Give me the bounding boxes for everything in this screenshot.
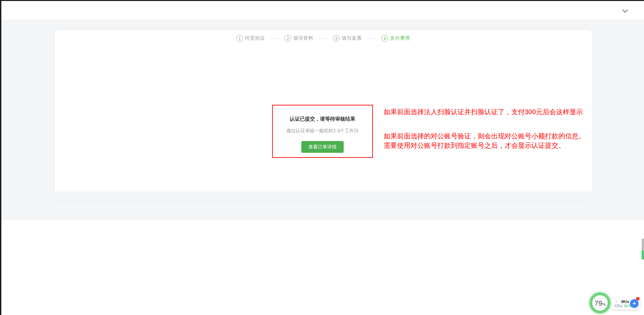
step-connector (270, 38, 280, 39)
step-label: 同意协议 (245, 35, 265, 41)
step-label: 填写资料 (293, 35, 313, 41)
annotation-bank-verification: 如果前面选择的对公账号验证，则会出现对公账号小额打款的信息。 需要使用对公账号打… (384, 131, 615, 150)
view-order-details-button[interactable]: 查看订单详情 (301, 141, 344, 153)
step-agree-agreement: 1 同意协议 (236, 35, 265, 42)
step-fill-invoice: 3 填写发票 (333, 35, 362, 42)
annotation-line: 需要使用对公账号打款到指定账号之后，才会显示认证提交。 (384, 141, 615, 150)
step-label: 填写发票 (342, 35, 362, 41)
result-title: 认证已提交，请等待审核结果 (273, 116, 372, 122)
cpu-temp-row: CPU 34°C (614, 304, 632, 308)
scroll-indicator-thumb (642, 251, 644, 260)
notification-dot (636, 297, 640, 301)
step-number-badge: 3 (333, 35, 340, 42)
percent-number: 79 (594, 300, 602, 307)
annotation-line: 如果前面选择的对公账号验证，则会出现对公账号小额打款的信息。 (384, 131, 615, 141)
step-pay-fee: 4 支付费用 (381, 35, 410, 42)
annotation-face-verification: 如果前面选择法人扫脸认证并扫脸认证了，支付300元后会这样显示 (384, 107, 612, 117)
system-monitor-widget: ↑ 0K/s CPU 34°C 79 % + (588, 290, 644, 315)
window-left-border (0, 0, 1, 315)
scroll-indicator-track (642, 238, 644, 251)
step-number-badge: 4 (381, 35, 388, 42)
wizard-stepper: 1 同意协议 2 填写资料 3 填写发票 4 支付费用 (236, 35, 410, 42)
network-speed-row: ↑ 0K/s (615, 299, 629, 304)
cpu-label: CPU (614, 304, 622, 308)
window-top-border (0, 0, 644, 1)
memory-usage-percent: 79 % (594, 300, 605, 307)
upload-arrow-icon: ↑ (615, 299, 617, 304)
step-number-badge: 2 (285, 35, 291, 42)
step-connector (318, 38, 328, 39)
percent-unit: % (602, 302, 606, 307)
card-footer (55, 191, 592, 200)
step-connector (367, 38, 376, 39)
submission-result-box: 认证已提交，请等待审核结果 微信认证审核一般耗时1-3个工作日 查看订单详情 (272, 105, 373, 158)
step-fill-info: 2 填写资料 (285, 35, 313, 42)
step-label: 支付费用 (390, 35, 410, 41)
memory-usage-ball[interactable]: 79 % (590, 292, 610, 313)
step-number-badge: 1 (236, 35, 243, 42)
result-subtitle: 微信认证审核一般耗时1-3个工作日 (273, 128, 372, 134)
top-bar (1, 1, 644, 19)
chevron-down-icon[interactable] (621, 8, 629, 14)
scroll-indicator[interactable] (642, 238, 644, 260)
network-speed-value: 0K/s (621, 300, 629, 304)
